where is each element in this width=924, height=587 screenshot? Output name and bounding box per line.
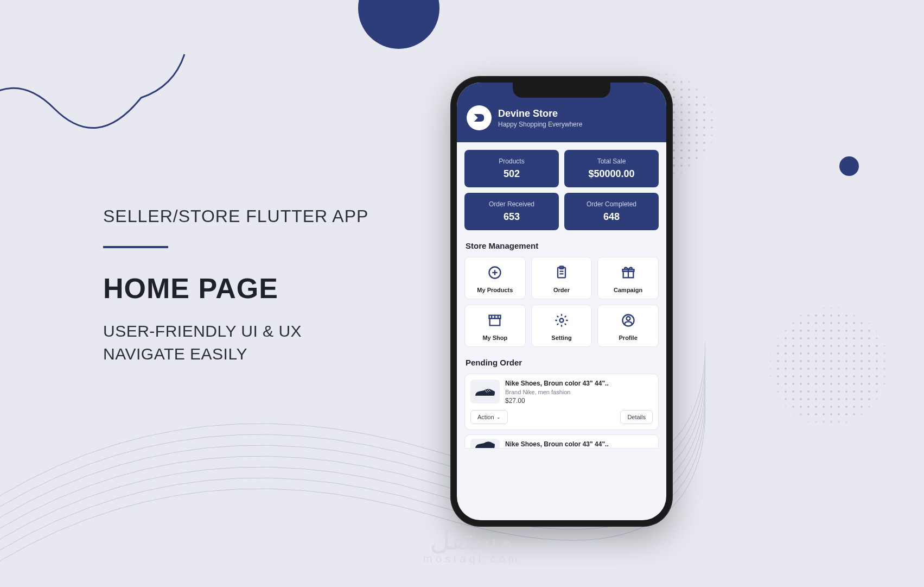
store-name: Devine Store [498,108,582,119]
order-subtitle: Brand Nike, men fashion [505,389,609,395]
stats-grid: Products 502 Total Sale $50000.00 Order … [464,150,659,230]
store-logo-icon [471,110,487,125]
mgmt-my-shop[interactable]: My Shop [464,305,526,347]
store-tagline: Happy Shopping Everywhere [498,121,582,128]
mgmt-setting[interactable]: Setting [531,305,592,347]
clipboard-icon [554,265,569,280]
stat-value: $50000.00 [569,168,654,180]
mgmt-label: My Products [468,287,522,293]
mgmt-profile[interactable]: Profile [597,305,659,347]
stat-order-received[interactable]: Order Received 653 [464,193,559,230]
mgmt-label: Campaign [601,287,655,293]
shoe-icon [474,437,496,449]
svg-point-15 [626,317,630,320]
mgmt-label: Setting [535,334,589,341]
order-price: $27.00 [505,397,609,405]
watermark: مستقل mostaql.com [423,523,520,565]
plus-circle-icon [487,265,502,280]
order-details-button[interactable]: Details [620,410,653,424]
order-thumbnail [470,380,500,403]
decorative-squiggle [0,43,195,185]
marketing-divider [103,246,168,248]
decorative-circle-right [839,156,859,176]
phone-screen: Devine Store Happy Shopping Everywhere P… [457,83,666,520]
order-thumbnail [470,439,500,449]
stat-value: 648 [569,211,654,223]
marketing-desc-2: NAVIGATE EASILY [103,343,368,365]
order-title: Nike Shoes, Broun color 43" 44".. [505,380,609,387]
gear-icon [554,313,569,328]
phone-notch [513,83,610,98]
stat-total-sale[interactable]: Total Sale $50000.00 [564,150,659,187]
marketing-subtitle: SELLER/STORE FLUTTER APP [103,206,368,226]
marketing-title: HOME PAGE [103,272,368,305]
stat-order-completed[interactable]: Order Completed 648 [564,193,659,230]
phone-mockup: Devine Store Happy Shopping Everywhere P… [450,76,673,527]
profile-icon [621,313,636,328]
pending-order-title: Pending Order [466,358,659,367]
stat-label: Order Received [469,200,555,208]
marketing-block: SELLER/STORE FLUTTER APP HOME PAGE USER-… [103,206,368,365]
mgmt-label: Profile [601,334,655,341]
mgmt-label: Order [535,287,589,293]
chevron-down-icon: ⌄ [496,414,501,420]
stat-value: 502 [469,168,555,180]
management-grid: My Products Order Campaign My Shop Setti… [464,257,659,347]
order-details-label: Details [627,414,646,420]
mgmt-campaign[interactable]: Campaign [597,257,659,299]
stat-label: Products [469,157,555,165]
watermark-latin: mostaql.com [423,553,520,565]
stat-label: Total Sale [569,157,654,165]
order-action-button[interactable]: Action ⌄ [470,410,508,424]
pending-order-card-partial[interactable]: Nike Shoes, Broun color 43" 44".. [464,434,659,449]
shoe-icon [474,384,496,399]
mgmt-label: My Shop [468,334,522,341]
pending-order-card[interactable]: Nike Shoes, Broun color 43" 44".. Brand … [464,374,659,430]
mgmt-order[interactable]: Order [531,257,592,299]
marketing-desc-1: USER-FRIENDLY UI & UX [103,320,368,343]
stat-label: Order Completed [569,200,654,208]
stat-products[interactable]: Products 502 [464,150,559,187]
order-title: Nike Shoes, Broun color 43" 44".. [505,440,609,448]
mgmt-my-products[interactable]: My Products [464,257,526,299]
gift-icon [621,265,636,280]
stat-value: 653 [469,211,555,223]
watermark-arabic: مستقل [423,523,520,556]
shop-icon [487,313,502,328]
decorative-dots-bottom [767,304,891,429]
store-logo[interactable] [467,105,492,130]
order-action-label: Action [477,414,494,420]
store-management-title: Store Management [466,241,659,250]
svg-point-13 [559,319,563,323]
decorative-circle-top [358,0,439,49]
